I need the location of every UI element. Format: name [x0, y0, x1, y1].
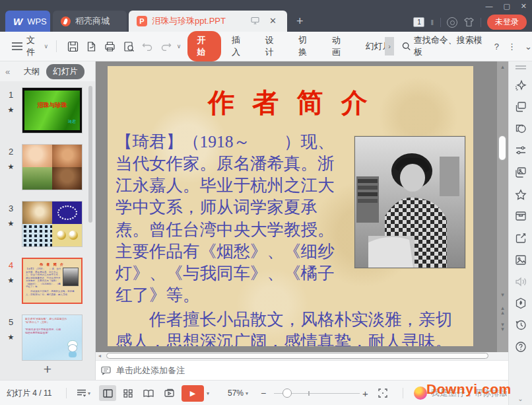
quickbar-dropdown-icon[interactable]: ∨: [177, 43, 182, 50]
current-slide[interactable]: 作 者 简 介: [108, 66, 473, 346]
tab-wps-home[interactable]: W WPS: [5, 11, 50, 32]
tab-transitions[interactable]: 切换: [290, 31, 321, 61]
horizontal-scroll-thumb[interactable]: [106, 353, 488, 359]
right-toolbar: ⌄: [508, 61, 532, 405]
smart-beautify-icon[interactable]: [515, 79, 527, 91]
normal-view-button[interactable]: [99, 385, 116, 401]
thumbnail-image[interactable]: 泪珠与珍珠 琦君: [22, 87, 83, 133]
tab-slideshow[interactable]: 幻灯片放映: [357, 37, 385, 55]
sound-icon[interactable]: [515, 276, 527, 287]
slide-body-text[interactable]: 【琦君】（1918～ ）现、当代女作家。原名潘希真。浙江永嘉人。毕业于杭州之江大…: [116, 131, 467, 346]
search-icon: [402, 42, 411, 51]
slide-thumbnail-5[interactable]: 5 ★ 散文讲究“形散神聚”，那么这篇散文的“神”是什么？（文眼） “眼因流多泪…: [0, 314, 95, 361]
next-slide-button[interactable]: ▾▾: [497, 322, 508, 332]
export-pdf-icon[interactable]: [82, 41, 100, 52]
play-slideshow-button[interactable]: ▶: [182, 385, 204, 402]
collapse-panel-icon[interactable]: «: [5, 67, 10, 77]
login-button[interactable]: 未登录: [487, 15, 527, 30]
command-search[interactable]: 查找命令、搜索模板: [402, 34, 486, 58]
author-portrait-photo[interactable]: [354, 136, 465, 268]
close-tab-icon[interactable]: ✕: [269, 16, 277, 26]
file-menu-caret-icon[interactable]: ∨: [44, 43, 49, 50]
slide-layout-icon[interactable]: [515, 101, 527, 113]
zoom-slider-knob[interactable]: [283, 388, 292, 398]
panel-scrollbar[interactable]: [88, 86, 92, 223]
window-count-badge[interactable]: 1: [413, 17, 424, 27]
redo-icon[interactable]: [157, 42, 176, 51]
thumbnail-image[interactable]: 作 者 简 介 【琦君】（1918～ ）现、当代女作家。原名潘希真。浙江永嘉人。…: [22, 258, 83, 304]
slide-thumbnail-1[interactable]: 1 ★ 泪珠与珍珠 琦君: [0, 87, 95, 133]
tab-slides[interactable]: 幻灯片: [46, 64, 84, 79]
skin-shirt-icon[interactable]: [463, 17, 475, 27]
zoom-out-button[interactable]: −: [261, 381, 266, 405]
slide-sorter-view-button[interactable]: [119, 385, 137, 401]
print-icon[interactable]: [101, 41, 119, 52]
zoom-in-button[interactable]: +: [362, 381, 368, 405]
play-options-dropdown-icon[interactable]: ▾: [207, 381, 209, 405]
docer-resources-icon[interactable]: [515, 297, 527, 309]
minimize-button[interactable]: —: [485, 1, 492, 11]
photo-field: [22, 167, 52, 190]
window-list-icon[interactable]: ‖: [430, 18, 434, 26]
slide-thumbnail-3[interactable]: 3 ★: [0, 201, 95, 247]
favorites-star-icon[interactable]: [515, 188, 527, 200]
canvas-horizontal-scrollbar[interactable]: ◂: [96, 352, 508, 360]
reading-view-button[interactable]: [140, 385, 157, 401]
thumbnail-image[interactable]: [22, 144, 83, 190]
collapse-ribbon-icon[interactable]: ⌄: [525, 42, 532, 52]
menu-hamburger-icon[interactable]: [12, 42, 22, 50]
presentation-mode-icon[interactable]: [251, 17, 259, 24]
material-box-icon[interactable]: [515, 210, 527, 222]
close-button[interactable]: ✕: [521, 1, 527, 11]
file-menu[interactable]: 文件: [26, 34, 43, 58]
design-gallery-icon[interactable]: [515, 166, 527, 178]
slide-title[interactable]: 作 者 简 介: [108, 85, 473, 121]
scroll-up-icon[interactable]: ▴: [497, 63, 508, 70]
print-preview-icon[interactable]: [119, 41, 138, 52]
vertical-scroll-thumb[interactable]: [498, 135, 506, 161]
picture-icon[interactable]: [515, 254, 527, 266]
tab-docer-mall[interactable]: 稻壳商城: [53, 11, 127, 32]
notes-bar[interactable]: 单击此处添加备注: [96, 360, 508, 380]
scroll-down-icon[interactable]: ▾: [497, 291, 508, 298]
help-icon[interactable]: [515, 341, 527, 353]
maximize-button[interactable]: ▢: [503, 1, 510, 11]
notes-panel-toggle-icon: [77, 389, 86, 397]
tab-design[interactable]: 设计: [257, 31, 288, 61]
shapes-icon[interactable]: [515, 123, 527, 135]
slide-thumbnail-2[interactable]: 2 ★: [0, 144, 95, 190]
more-icon[interactable]: ⋮: [508, 42, 516, 52]
help-icon[interactable]: ?: [494, 42, 499, 52]
save-icon[interactable]: [63, 41, 82, 52]
thumbnail-image[interactable]: [22, 201, 83, 247]
new-tab-button[interactable]: +: [287, 11, 313, 32]
tab-home[interactable]: 开始: [187, 31, 221, 61]
theme-icon[interactable]: [447, 17, 457, 28]
notes-placeholder: 单击此处添加备注: [116, 365, 185, 377]
notes-icon: [101, 366, 111, 375]
zoom-control[interactable]: 57% ▾: [228, 381, 248, 405]
canvas-vertical-scrollbar[interactable]: ▴ ▾ ▴▴ ▾▾: [497, 61, 508, 352]
toolbar-collapse-icon[interactable]: ⌄: [517, 395, 523, 402]
tabs-overflow-button[interactable]: ›: [385, 37, 393, 55]
drag-handle-icon[interactable]: [515, 65, 526, 69]
tab-animation[interactable]: 动画: [324, 31, 355, 61]
zoom-slider-tick: [308, 391, 310, 396]
assistant-mascot-icon[interactable]: [414, 387, 427, 400]
share-icon[interactable]: [515, 232, 527, 244]
tab-outline[interactable]: 大纲: [17, 64, 46, 79]
notes-panel-toggle[interactable]: ▾: [77, 381, 90, 405]
adjust-sliders-icon[interactable]: [515, 145, 527, 157]
thumbnail-image[interactable]: 散文讲究“形散神聚”，那么这篇散文的“神”是什么？（文眼） “眼因流多泪水而愈益…: [22, 314, 83, 361]
presenter-view-button[interactable]: [160, 385, 178, 401]
scroll-left-icon[interactable]: ◂: [98, 353, 101, 359]
tab-insert[interactable]: 插入: [224, 31, 255, 61]
history-icon[interactable]: [515, 319, 527, 331]
slide-counter: 幻灯片 4 / 11: [7, 381, 51, 405]
tab-document[interactable]: P 泪珠与珍珠ppt.PPT ✕: [129, 11, 287, 32]
fit-slide-button[interactable]: [378, 381, 387, 405]
undo-icon[interactable]: [138, 42, 156, 51]
slide-thumbnail-4-selected[interactable]: 4 ★ 作 者 简 介 【琦君】（1918～ ）现、当代女作家。原名潘希真。浙江…: [0, 258, 95, 304]
previous-slide-button[interactable]: ▴▴: [497, 306, 508, 315]
add-slide-button[interactable]: +: [0, 361, 95, 377]
